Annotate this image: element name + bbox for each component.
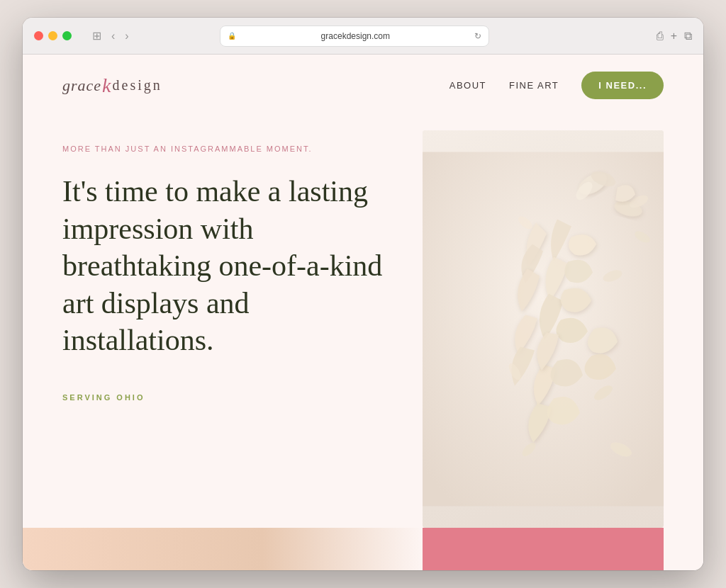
address-bar[interactable]: 🔒 gracekdesign.com ↻ bbox=[220, 26, 489, 47]
hero-tagline: MORE THAN JUST AN INSTAGRAMMABLE MOMENT. bbox=[62, 145, 383, 153]
website-content: grace k design ABOUT FINE ART I NEED... … bbox=[23, 55, 703, 570]
cta-button[interactable]: I NEED... bbox=[581, 72, 664, 99]
window-icon[interactable]: ⊞ bbox=[89, 28, 105, 44]
hero-heading: It's time to make a lasting impression w… bbox=[62, 173, 383, 359]
hero-image bbox=[423, 130, 664, 528]
logo-grace: grace bbox=[62, 77, 101, 95]
duplicate-icon[interactable]: ⧉ bbox=[684, 30, 692, 43]
close-button[interactable] bbox=[34, 31, 43, 40]
browser-actions: ⎙ + ⧉ bbox=[657, 30, 692, 43]
hero-serving: SERVING OHIO bbox=[62, 393, 383, 402]
navigation: grace k design ABOUT FINE ART I NEED... bbox=[23, 55, 703, 116]
footer-strip bbox=[23, 528, 703, 570]
art-installation-svg bbox=[423, 130, 664, 528]
footer-left-strip bbox=[23, 528, 423, 570]
footer-right-strip bbox=[423, 528, 664, 570]
lock-icon: 🔒 bbox=[228, 32, 236, 40]
forward-button[interactable]: › bbox=[121, 28, 132, 44]
url-display: gracekdesign.com bbox=[240, 31, 470, 41]
maximize-button[interactable] bbox=[62, 31, 72, 40]
hero-section: MORE THAN JUST AN INSTAGRAMMABLE MOMENT.… bbox=[23, 116, 703, 528]
traffic-lights bbox=[34, 31, 72, 40]
logo-k: k bbox=[102, 76, 111, 96]
reload-icon[interactable]: ↻ bbox=[474, 31, 481, 41]
browser-chrome: ⊞ ‹ › 🔒 gracekdesign.com ↻ ⎙ + ⧉ bbox=[23, 18, 703, 55]
art-installation-background bbox=[423, 130, 664, 528]
hero-left: MORE THAN JUST AN INSTAGRAMMABLE MOMENT.… bbox=[23, 130, 423, 528]
minimize-button[interactable] bbox=[48, 31, 57, 40]
new-tab-icon[interactable]: + bbox=[671, 30, 677, 43]
back-button[interactable]: ‹ bbox=[108, 28, 118, 44]
hero-image-container bbox=[423, 130, 664, 528]
logo-design: design bbox=[113, 77, 162, 94]
about-link[interactable]: ABOUT bbox=[449, 80, 486, 91]
share-icon[interactable]: ⎙ bbox=[657, 30, 664, 43]
browser-controls: ⊞ ‹ › bbox=[89, 28, 133, 44]
browser-window: ⊞ ‹ › 🔒 gracekdesign.com ↻ ⎙ + ⧉ grace k… bbox=[23, 18, 703, 570]
logo[interactable]: grace k design bbox=[62, 76, 162, 96]
nav-right: ABOUT FINE ART I NEED... bbox=[449, 72, 664, 99]
fine-art-link[interactable]: FINE ART bbox=[509, 80, 559, 91]
